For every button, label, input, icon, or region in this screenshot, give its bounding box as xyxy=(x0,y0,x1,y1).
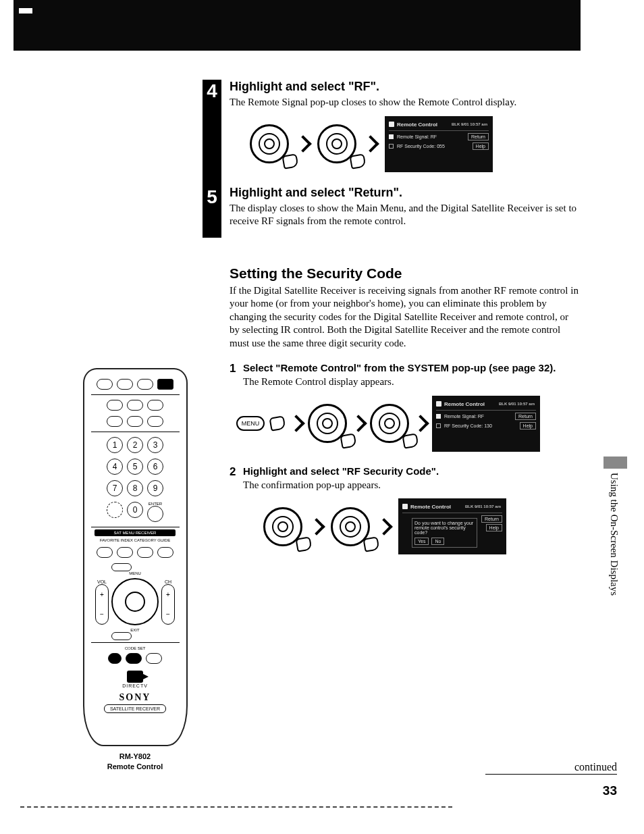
step-5-bar xyxy=(203,209,221,238)
side-section-label: Using the On-Screen Displays xyxy=(608,473,620,596)
help-button: Help xyxy=(473,142,489,150)
substep-2-number: 2 xyxy=(230,465,236,479)
directv-label: DIRECTV xyxy=(122,683,148,688)
dpad-icon xyxy=(111,578,159,625)
receiver-label: SATELLITE RECEIVER xyxy=(104,704,166,713)
arrow-icon xyxy=(288,415,304,432)
screen-title: Remote Control xyxy=(410,504,451,510)
step-5-number: 5 xyxy=(203,186,221,209)
substep-1-heading: Select "Remote Control" from the SYSTEM … xyxy=(243,362,581,373)
joystick-press-icon xyxy=(370,404,409,443)
joystick-press-icon xyxy=(317,124,356,163)
substep-2-body: The confirmation pop-up appears. xyxy=(243,479,581,492)
arrow-icon xyxy=(362,135,379,152)
keypad-2: 2 xyxy=(127,437,143,453)
arrow-icon xyxy=(294,135,311,152)
screen-time: BLK 9/01 10:57 am xyxy=(465,504,501,509)
remote-control-screen: Remote Control BLK 9/01 10:57 am Remote … xyxy=(432,396,540,452)
keypad-9: 9 xyxy=(147,480,163,496)
screen-title: Remote Control xyxy=(444,401,485,407)
remote-model: RM-Y802 xyxy=(71,752,199,762)
keypad-7: 7 xyxy=(107,480,123,496)
substep-2-heading: Highlight and select "RF Security Code". xyxy=(243,465,581,477)
strip-label: SAT MENU RECEIVER xyxy=(95,529,176,536)
joystick-icon xyxy=(308,404,347,443)
screen-row-1: Remote Signal: RF xyxy=(444,414,484,419)
substep-2: 2 Highlight and select "RF Security Code… xyxy=(243,465,581,555)
confirmation-screen: Remote Control BLK 9/01 10:57 am Do you … xyxy=(398,498,506,554)
step-4-number: 4 xyxy=(203,80,221,103)
keypad-0: 0 xyxy=(127,502,143,518)
keypad-6: 6 xyxy=(147,459,163,475)
keypad-8: 8 xyxy=(127,480,143,496)
ch-label: CH xyxy=(161,579,175,584)
continued-label: continued xyxy=(485,761,617,775)
section-heading: Setting the Security Code xyxy=(230,265,581,282)
keypad-5: 5 xyxy=(127,459,143,475)
screen-row-2: RF Security Code: 130 xyxy=(444,423,492,428)
step-5-heading: Highlight and select "Return". xyxy=(230,186,581,200)
step-4-heading: Highlight and select "RF". xyxy=(230,80,581,94)
enter-label: ENTER xyxy=(147,502,163,506)
keypad-4: 4 xyxy=(107,459,123,475)
remote-illustration: 123 456 789 0 ENTER SAT MENU RECEIVER FA… xyxy=(71,368,199,773)
keypad-3: 3 xyxy=(147,437,163,453)
menu-button-icon: MENU xyxy=(236,416,265,431)
remote-caption: Remote Control xyxy=(71,762,199,772)
arrow-icon xyxy=(308,518,325,535)
return-button: Return xyxy=(468,133,489,140)
yes-button: Yes xyxy=(414,538,429,545)
substep-1-body: The Remote Control display appears. xyxy=(243,375,581,389)
guide-labels: FAVORITE INDEX CATEGORY GUIDE xyxy=(100,538,171,542)
step-4-figure: Remote Control BLK 9/01 10:57 am Remote … xyxy=(250,116,581,172)
substep-1-number: 1 xyxy=(230,362,236,375)
step-4-body: The Remote Signal pop-up closes to show … xyxy=(230,96,581,109)
remote-control-screen: Remote Control BLK 9/01 10:57 am Remote … xyxy=(385,116,493,172)
screen-row-1: Remote Signal: RF xyxy=(397,134,437,139)
screen-row-2: RF Security Code: 055 xyxy=(397,144,445,149)
help-button: Help xyxy=(486,524,502,531)
joystick-press-icon xyxy=(331,507,370,546)
screen-time: BLK 9/01 10:57 am xyxy=(452,122,487,126)
joystick-icon xyxy=(250,124,289,163)
screen-title: Remote Control xyxy=(397,122,437,128)
arrow-icon xyxy=(412,415,429,432)
step-5-body: The display closes to show the Main Menu… xyxy=(230,202,581,228)
keypad-1: 1 xyxy=(107,437,123,453)
page-tear-decoration xyxy=(20,804,452,808)
joystick-icon xyxy=(263,507,302,546)
vol-label: VOL xyxy=(95,579,109,584)
screen-time: BLK 9/01 10:57 am xyxy=(499,402,535,406)
arrow-icon xyxy=(375,518,392,535)
return-button: Return xyxy=(515,413,536,420)
sony-logo: SONY xyxy=(119,692,151,703)
side-tab xyxy=(603,457,627,469)
help-button: Help xyxy=(520,422,536,429)
no-button: No xyxy=(431,538,444,545)
header-banner xyxy=(14,0,581,51)
directv-logo-icon xyxy=(127,671,143,683)
page-number: 33 xyxy=(603,783,617,798)
return-button: Return xyxy=(481,515,502,523)
confirm-text: Do you want to change your remote contro… xyxy=(414,521,475,535)
substep-1: 1 Select "Remote Control" from the SYSTE… xyxy=(243,362,581,452)
section-intro: If the Digital Satellite Receiver is rec… xyxy=(230,284,581,350)
arrow-icon xyxy=(350,415,367,432)
